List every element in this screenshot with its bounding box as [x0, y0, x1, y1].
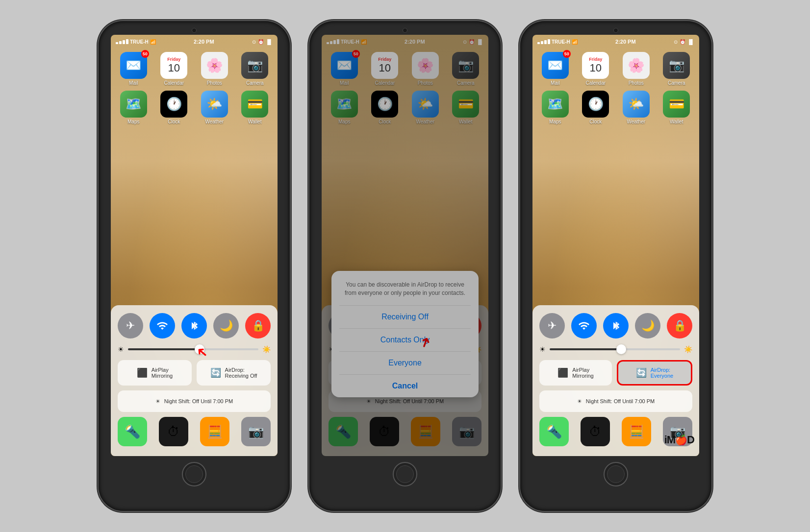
phone-screen-3: TRUE-H 📶 2:20 PM ⊙ ⏰ ▐▌ ✉️ 50 Mail [532, 35, 699, 456]
airplay-label: AirPlayMirroring [152, 367, 173, 379]
app-wallet-label: Wallet [248, 119, 261, 124]
app-mail[interactable]: ✉️ 50 Mail [116, 52, 152, 86]
camera-lens-3 [613, 28, 618, 33]
do-not-disturb-btn-3[interactable]: 🌙 [635, 313, 660, 339]
camera-shortcut-btn[interactable]: 📷 [241, 417, 271, 446]
app-camera-3[interactable]: 📷 Camera [659, 52, 695, 86]
brightness-high-icon: ☀️ [262, 345, 271, 353]
app-weather-label: Weather [205, 119, 224, 124]
app-mail-label: Mail [129, 80, 138, 86]
night-shift-btn-3[interactable]: ☀ Night Shift: Off Until 7:00 PM [539, 390, 692, 412]
brightness-slider-3[interactable]: ☀ ☀️ [539, 345, 692, 353]
app-calendar-label: Calendar [164, 80, 184, 86]
app-grid-2: ✉️ 50 Mail Friday 10 Calendar [327, 52, 483, 124]
cal-num: 10 [168, 62, 180, 74]
airdrop-icon: 🔄 [210, 367, 221, 378]
airdrop-option-receiving-off[interactable]: Receiving Off [339, 305, 471, 328]
bluetooth-btn-3[interactable] [603, 313, 629, 339]
airdrop-everyone-label: AirDrop:Everyone [651, 367, 673, 379]
app-wallet-3[interactable]: 💳 Wallet [659, 91, 695, 124]
phone-top-3 [520, 21, 711, 33]
cc-quick-apps: 🔦 ⏱ 🧮 📷 [118, 417, 271, 446]
battery-icon: ▐▌ [266, 39, 273, 45]
night-shift-btn[interactable]: ☀ Night Shift: Off Until 7:00 PM [118, 390, 271, 412]
alarm-icon: ⏰ [258, 39, 264, 45]
timer-btn-3[interactable]: ⏱ [581, 417, 610, 446]
phone-2: TRUE-H 📶 2:20 PM ⊙ ⏰ ▐▌ ✉️ 50 Mail [309, 21, 501, 511]
app-calendar[interactable]: Friday 10 Calendar [156, 52, 192, 86]
airplay-label-3: AirPlayMirroring [572, 367, 593, 379]
night-shift-label: Night Shift: Off Until 7:00 PM [164, 398, 233, 404]
wifi-btn[interactable] [150, 313, 175, 339]
airplay-icon: ⬛ [137, 367, 148, 378]
app-maps[interactable]: 🗺️ Maps [116, 91, 152, 124]
wifi-btn-3[interactable] [571, 313, 597, 339]
status-time-2: 2:20 PM [405, 39, 425, 45]
app-camera-label: Camera [246, 80, 264, 86]
location-icon: ⊙ [252, 39, 256, 45]
flashlight-btn[interactable]: 🔦 [118, 417, 147, 446]
app-clock-2: 🕐 Clock [367, 91, 403, 124]
do-not-disturb-btn[interactable]: 🌙 [213, 313, 239, 339]
phone-top-2 [309, 21, 501, 33]
home-button-2[interactable] [393, 462, 417, 486]
airplay-mirroring-btn[interactable]: ⬛ AirPlayMirroring [118, 360, 192, 386]
airdrop-btn[interactable]: 🔄 AirDrop:Receiving Off [197, 360, 271, 386]
calculator-btn[interactable]: 🧮 [200, 417, 229, 446]
imod-watermark: iM🍎D [664, 434, 694, 446]
mail-badge: 50 [141, 50, 149, 58]
airdrop-option-everyone[interactable]: Everyone [339, 351, 471, 374]
nightshift-icon: ☀ [155, 398, 160, 405]
rotation-lock-btn[interactable]: 🔒 [245, 313, 271, 339]
flashlight-btn-3[interactable]: 🔦 [539, 417, 569, 446]
wifi-icon-3: 📶 [572, 39, 578, 45]
airdrop-everyone-btn[interactable]: 🔄 AirDrop:Everyone [617, 360, 692, 386]
app-photos-label: Photos [207, 80, 222, 86]
airplane-mode-btn-3[interactable]: ✈ [539, 313, 565, 339]
airdrop-option-contacts-only[interactable]: Contacts Only [339, 328, 471, 351]
airdrop-modal: You can be discoverable in AirDrop to re… [331, 271, 479, 397]
location-icon-2: ⊙ [463, 39, 467, 45]
mail-badge-2: 50 [352, 50, 360, 58]
home-button-1[interactable] [182, 462, 206, 486]
home-button-3[interactable] [604, 462, 628, 486]
airplane-mode-btn[interactable]: ✈ [118, 313, 143, 339]
app-maps-2: 🗺️ Maps [327, 91, 362, 124]
phone-screen-2: TRUE-H 📶 2:20 PM ⊙ ⏰ ▐▌ ✉️ 50 Mail [322, 35, 488, 456]
app-mail-3[interactable]: ✉️ 50 Mail [537, 52, 573, 86]
mail-badge-3: 50 [563, 50, 571, 58]
app-weather[interactable]: 🌤️ Weather [197, 91, 232, 124]
airdrop-cancel-btn[interactable]: Cancel [339, 374, 471, 397]
brightness-fill [128, 348, 200, 350]
wallpaper-2: TRUE-H 📶 2:20 PM ⊙ ⏰ ▐▌ ✉️ 50 Mail [322, 35, 488, 456]
app-maps-3[interactable]: 🗺️ Maps [537, 91, 573, 124]
status-time: 2:20 PM [194, 39, 214, 45]
app-clock-3[interactable]: 🕐 Clock [578, 91, 614, 124]
timer-btn[interactable]: ⏱ [159, 417, 188, 446]
airplay-btn-3[interactable]: ⬛ AirPlayMirroring [539, 360, 612, 386]
carrier-name-2: TRUE-H [341, 39, 359, 45]
cc-toggles: ✈ 🌙 🔒 [118, 313, 271, 339]
airdrop-description: You can be discoverable in AirDrop to re… [339, 281, 471, 297]
rotation-lock-btn-3[interactable]: 🔒 [667, 313, 692, 339]
brightness-slider[interactable]: ☀ ☀️ [118, 345, 271, 353]
status-bar-2: TRUE-H 📶 2:20 PM ⊙ ⏰ ▐▌ [322, 35, 488, 48]
app-photos-2: 🌸 Photos [407, 52, 443, 86]
calculator-btn-3[interactable]: 🧮 [622, 417, 651, 446]
status-time-3: 2:20 PM [615, 39, 636, 45]
app-wallet-2: 💳 Wallet [448, 91, 484, 124]
app-photos-3[interactable]: 🌸 Photos [618, 52, 654, 86]
app-camera[interactable]: 📷 Camera [237, 52, 273, 86]
bluetooth-btn[interactable] [181, 313, 207, 339]
app-calendar-3[interactable]: Friday 10 Calendar [578, 52, 614, 86]
app-photos[interactable]: 🌸 Photos [197, 52, 232, 86]
app-weather-3[interactable]: 🌤️ Weather [618, 91, 654, 124]
nightshift-icon-3: ☀ [577, 398, 582, 405]
battery-icon-2: ▐▌ [477, 39, 483, 45]
brightness-low-icon: ☀ [118, 345, 124, 353]
cc-airplay-airdrop-row: ⬛ AirPlayMirroring 🔄 AirDrop:Receiving O… [118, 360, 271, 386]
app-clock[interactable]: 🕐 Clock [156, 91, 192, 124]
app-camera-2: 📷 Camera [448, 52, 484, 86]
app-wallet[interactable]: 💳 Wallet [237, 91, 273, 124]
location-icon-3: ⊙ [674, 39, 678, 45]
